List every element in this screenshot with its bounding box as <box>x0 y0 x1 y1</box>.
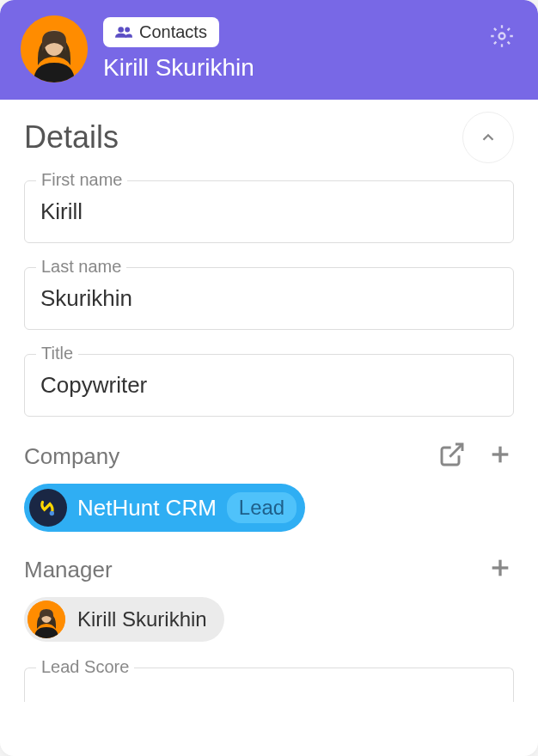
add-manager-icon[interactable] <box>486 554 514 585</box>
title-input[interactable] <box>24 354 514 417</box>
last-name-label: Last name <box>36 257 126 277</box>
manager-avatar <box>28 601 65 638</box>
lead-score-label: Lead Score <box>36 657 134 677</box>
manager-name: Kirill Skurikhin <box>77 607 207 631</box>
manager-chip[interactable]: Kirill Skurikhin <box>24 597 224 642</box>
avatar-image <box>21 15 88 82</box>
card-body: Details First name Last name Title Compa… <box>0 100 538 719</box>
company-header: Company <box>24 441 514 472</box>
add-company-icon[interactable] <box>486 441 514 472</box>
details-header: Details <box>24 112 514 163</box>
company-actions <box>438 441 514 472</box>
contacts-label: Contacts <box>139 22 207 42</box>
manager-actions <box>486 554 514 585</box>
manager-header: Manager <box>24 554 514 585</box>
header-content: Contacts Kirill Skurikhin <box>103 17 517 82</box>
collapse-button[interactable] <box>462 112 514 163</box>
company-status: Lead <box>227 492 297 523</box>
company-name: NetHunt CRM <box>77 495 217 521</box>
card-header: Contacts Kirill Skurikhin <box>0 0 538 100</box>
details-title: Details <box>24 119 119 155</box>
manager-label: Manager <box>24 557 113 583</box>
svg-point-5 <box>499 34 505 40</box>
svg-point-4 <box>125 27 130 33</box>
contact-avatar <box>21 15 88 82</box>
gear-icon[interactable] <box>490 24 514 52</box>
lead-score-field: Lead Score <box>24 668 514 702</box>
title-field: Title <box>24 354 514 417</box>
svg-point-9 <box>50 511 54 515</box>
contact-name: Kirill Skurikhin <box>103 54 517 82</box>
svg-line-6 <box>449 444 462 457</box>
chevron-up-icon <box>479 128 498 147</box>
title-label: Title <box>36 344 78 363</box>
company-logo <box>29 489 67 527</box>
last-name-field: Last name <box>24 267 514 330</box>
svg-point-3 <box>118 27 124 33</box>
people-icon <box>115 26 132 38</box>
open-external-icon[interactable] <box>438 441 466 472</box>
contacts-chip[interactable]: Contacts <box>103 17 219 47</box>
first-name-label: First name <box>36 170 127 190</box>
contact-card: Contacts Kirill Skurikhin Details First … <box>0 0 538 756</box>
company-chip[interactable]: NetHunt CRM Lead <box>24 484 305 532</box>
first-name-field: First name <box>24 180 514 243</box>
company-label: Company <box>24 443 119 470</box>
